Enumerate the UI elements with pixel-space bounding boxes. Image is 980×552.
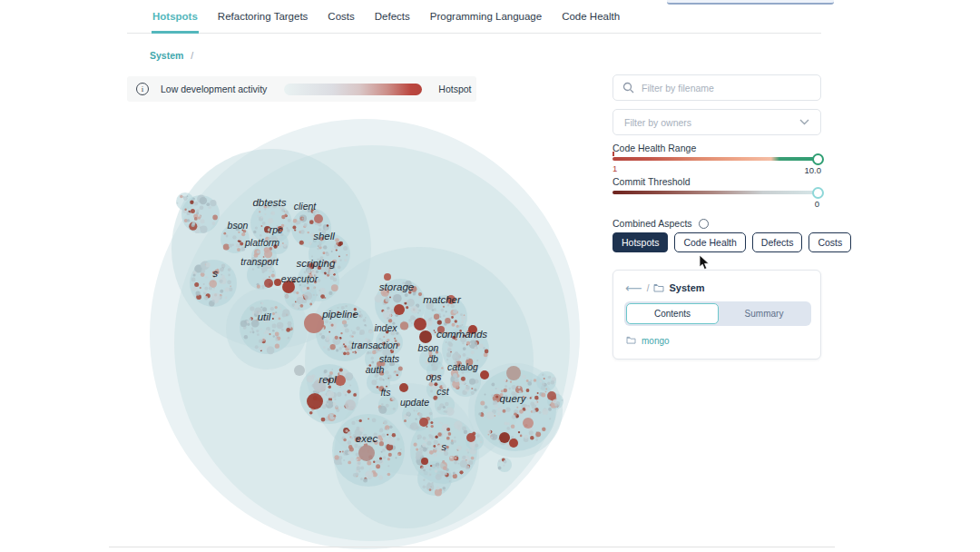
card-item-mongo[interactable]: mongo: [626, 336, 670, 346]
breadcrumb-separator: /: [191, 50, 193, 61]
cluster-label-transaction: transaction: [351, 340, 398, 350]
cluster-label-query: query: [500, 393, 527, 404]
card-item-label: mongo: [642, 336, 670, 346]
cluster-label-dbtests: dbtests: [252, 197, 286, 208]
code-health-min-tick: [612, 152, 614, 156]
cluster-label-cst: cst: [436, 386, 450, 397]
tab-refactoring-targets[interactable]: Refactoring Targets: [217, 7, 309, 34]
hotspot-dot-16[interactable]: [509, 439, 518, 448]
hotspot-dot-9[interactable]: [294, 365, 305, 376]
combined-aspects-label: Combined Aspects: [612, 218, 692, 229]
aspect-button-defects[interactable]: Defects: [752, 232, 803, 252]
hotspot-dot-27[interactable]: [264, 279, 273, 288]
hotspot-dot-11[interactable]: [345, 399, 356, 410]
hotspot-dot-19[interactable]: [466, 433, 475, 442]
cluster-label-pipeline: pipeline: [321, 309, 358, 320]
owners-filter-label: Filter by owners: [624, 117, 691, 128]
code-health-min-label: 1: [612, 163, 617, 173]
folder-icon: [653, 280, 664, 296]
hotspot-dot-14[interactable]: [506, 366, 521, 380]
cluster-label-util: util: [258, 311, 271, 322]
mouse-cursor: [699, 255, 711, 274]
hotspot-dot-13[interactable]: [480, 370, 489, 380]
hotspot-dot-6[interactable]: [419, 330, 432, 343]
top-navigation: HotspotsRefactoring TargetsCostsDefectsP…: [152, 7, 621, 34]
tab-defects[interactable]: Defects: [374, 7, 411, 34]
hotspot-dot-18[interactable]: [419, 418, 428, 427]
code-health-max-label: 10.0: [805, 165, 822, 175]
card-title: System: [669, 282, 704, 293]
cluster-label-update: update: [400, 397, 429, 408]
cluster-label-rpc: rpc: [270, 224, 283, 235]
cluster-unlabeled-106[interactable]: [497, 458, 512, 472]
cluster-unlabeled-101[interactable]: [176, 192, 194, 211]
aspect-button-costs[interactable]: Costs: [808, 232, 851, 252]
cluster-util[interactable]: [240, 300, 294, 354]
card-tabs: ContentsSummary: [624, 301, 811, 326]
cluster-label-s: s: [212, 268, 218, 279]
aspect-button-hotspots[interactable]: Hotspots: [612, 232, 668, 252]
hotspot-dot-25[interactable]: [523, 418, 534, 429]
hotspot-dot-8[interactable]: [307, 393, 323, 409]
back-arrow-icon[interactable]: ⟵: [625, 282, 642, 294]
cluster-label-executor: executor: [281, 273, 318, 284]
bottom-separator: [109, 547, 835, 547]
aspect-button-code-health[interactable]: Code Health: [674, 232, 745, 252]
card-tab-contents[interactable]: Contents: [626, 303, 719, 324]
hotspot-legend: i Low development activity Hotspot: [127, 76, 476, 102]
filename-filter-input[interactable]: [642, 83, 820, 94]
cluster-label-bson: bson: [418, 342, 439, 353]
cluster-label-bson: bson: [228, 220, 249, 231]
cluster-label-ops: ops: [426, 371, 443, 382]
tab-costs[interactable]: Costs: [327, 7, 355, 34]
commit-threshold-slider[interactable]: [612, 191, 821, 194]
hotspot-dot-2[interactable]: [304, 313, 324, 333]
cluster-unlabeled-102[interactable]: [536, 371, 556, 391]
tab-programming-language[interactable]: Programming Language: [429, 7, 543, 34]
cluster-repl[interactable]: [299, 364, 359, 424]
cluster-label-scripting: scripting: [297, 258, 336, 269]
chevron-down-icon: [799, 119, 809, 125]
path-separator: /: [647, 283, 650, 293]
hotspot-dot-26[interactable]: [314, 214, 323, 223]
owners-filter-dropdown[interactable]: Filter by owners: [612, 109, 821, 135]
tab-code-health[interactable]: Code Health: [561, 7, 621, 34]
cluster-label-client: client: [294, 201, 318, 212]
hotspot-dot-20[interactable]: [421, 458, 428, 465]
cluster-label-commands: commands: [436, 329, 487, 340]
code-health-range-handle[interactable]: [812, 153, 824, 165]
code-health-range-label: Code Health Range: [612, 143, 696, 153]
cluster-label-platform: platform: [244, 237, 279, 248]
hotspot-dot-24[interactable]: [547, 391, 556, 400]
cluster-s[interactable]: [190, 260, 237, 307]
combined-aspects-row: Combined Aspects: [612, 218, 709, 229]
cluster-label-stats: stats: [379, 353, 400, 364]
filename-filter[interactable]: [612, 74, 821, 101]
breadcrumb: System /: [150, 50, 193, 61]
cluster-label-auth: auth: [366, 364, 385, 375]
cluster-label-catalog: catalog: [447, 361, 478, 372]
card-tab-summary[interactable]: Summary: [719, 303, 809, 324]
cluster-label-shell: shell: [313, 231, 335, 242]
aspect-buttons: HotspotsCode HealthDefectsCosts: [612, 232, 851, 252]
breadcrumb-system-link[interactable]: System: [150, 50, 183, 61]
commit-threshold-label: Commit Threshold: [612, 176, 691, 187]
cluster-label-db: db: [427, 353, 438, 364]
hotspot-dot-4[interactable]: [384, 273, 391, 281]
hotspot-dot-21[interactable]: [399, 383, 408, 392]
commit-threshold-handle[interactable]: [812, 187, 824, 199]
code-health-range-slider[interactable]: [612, 157, 821, 161]
cluster-label-index: index: [374, 322, 397, 333]
hotspot-dot-3[interactable]: [394, 304, 405, 315]
cluster-label-repl: repl: [318, 374, 337, 385]
hotspot-dot-12[interactable]: [335, 375, 346, 386]
legend-hotspot-label: Hotspot: [438, 84, 471, 94]
tab-hotspots[interactable]: Hotspots: [152, 7, 199, 34]
hotspot-dot-1[interactable]: [274, 279, 281, 286]
hotspot-dot-17[interactable]: [358, 445, 375, 461]
combined-aspects-toggle[interactable]: [699, 219, 709, 229]
info-icon[interactable]: i: [136, 83, 149, 95]
hotspot-dot-15[interactable]: [499, 432, 510, 443]
hotspot-dot-5[interactable]: [414, 318, 426, 330]
card-header: ⟵ / System: [625, 280, 705, 296]
